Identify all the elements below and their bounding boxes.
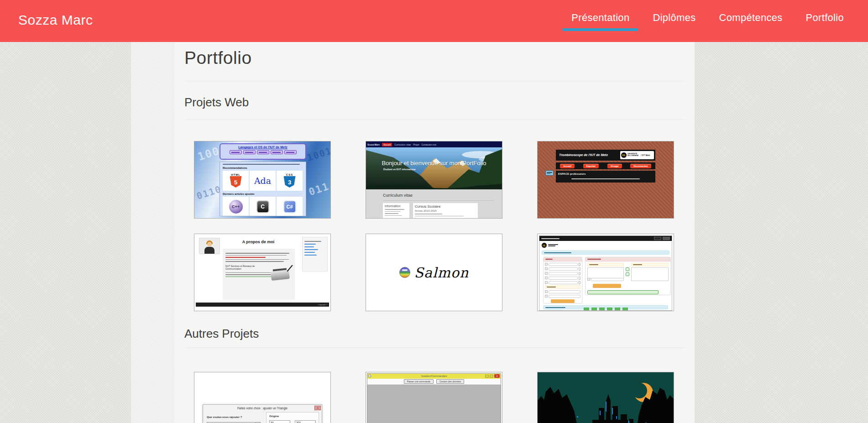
origin-label: Origine	[269, 415, 279, 418]
project-thumb-gestion-commandes[interactable]: Gestion/Commandes ✕ Passer une commande …	[366, 372, 502, 423]
html5-logo: HTML 5	[223, 171, 249, 191]
minimize-icon	[485, 375, 489, 378]
window-titlebar: Gestion/Commandes ✕	[367, 374, 501, 379]
mini-window: Gestion/Commandes ✕ Passer une commande …	[367, 373, 501, 423]
close-icon: ✕	[314, 406, 321, 410]
dialog-titlebar: Faites votre choix : ajouter un Triangle…	[203, 405, 322, 411]
close-icon: ✕	[494, 374, 500, 378]
dialog-label: Que voulez-vous rajouter ?	[207, 416, 242, 418]
mini-nav-accueil: Accueil	[382, 143, 392, 146]
project-thumb-admin-app[interactable]: UL	[537, 234, 674, 311]
mini-navbar: Sozza Marc Accueil Curriculum vitae Proj…	[366, 141, 502, 147]
copyright-text: Copyright ©	[318, 303, 328, 306]
mini-title: A propos de moi	[222, 240, 295, 244]
mini-navbar	[539, 236, 672, 241]
castle-night-scene	[538, 372, 674, 423]
divider	[383, 200, 494, 201]
about-text-block: DUT Services et Réseaux de Communication	[223, 249, 295, 300]
origin-panel: Origine 50 300	[266, 412, 319, 423]
divider	[184, 120, 685, 120]
section-heading-projets-web: Projets Web	[184, 95, 249, 110]
nav-item-presentation[interactable]: Présentation	[571, 12, 629, 24]
recommendations-heading: Recommendations	[223, 167, 303, 169]
mini-footer: Copyright ©	[196, 303, 329, 307]
mini-nav-pill	[230, 150, 242, 154]
btn-groupe: Groupe	[607, 164, 622, 168]
brand-title: Sozza Marc	[18, 12, 93, 28]
salmon-globe-logo	[399, 267, 410, 278]
mini-title: Trombinoscope de l'IUT de Metz	[559, 153, 608, 157]
hero-title: Bonjour et bienvenue sur mon PortFolio	[366, 160, 502, 167]
site-header: Sozza Marc Présentation Diplômes Compéte…	[0, 0, 868, 42]
mini-cv-section: Curriculum vitae information Cursus Scol…	[366, 189, 502, 218]
app-icon	[368, 375, 371, 377]
right-form-card	[585, 257, 671, 295]
nav-item-diplomes[interactable]: Diplômes	[653, 12, 695, 24]
btn-passer-commande: Passer une commande	[404, 379, 434, 384]
project-thumb-a-propos[interactable]: A propos de moi DUT Services et Réseaux …	[194, 234, 331, 311]
universite-lorraine-label: UNIVERSITÉ DE LORRAINE	[627, 153, 639, 157]
css-label: CSS	[286, 173, 293, 176]
autres-projets-grid: Faites votre choix : ajouter un Triangle…	[194, 372, 674, 423]
info-card: information	[383, 203, 409, 219]
mountain-hero-image: Bonjour et bienvenue sur mon PortFolio É…	[366, 147, 502, 189]
ul-logo: UL	[621, 152, 627, 158]
window-title: Gestion/Commandes	[367, 374, 501, 377]
section-heading-autres-projets: Autres Projets	[184, 327, 259, 341]
mini-site-nav	[220, 150, 305, 154]
orange-button	[551, 299, 575, 303]
project-thumb-salmon[interactable]: Salmon	[366, 234, 502, 311]
window-body: Bienvenue sur notre application	[367, 385, 501, 423]
origin-x-input: 50	[269, 420, 290, 423]
project-thumb-langages-os-iut[interactable]: 10010 0110 1001 011 Langages et OS de l'…	[194, 141, 331, 219]
cursus-card-subtitle: Année 2013-2015	[415, 209, 476, 212]
university-logo: UL	[542, 243, 558, 248]
mini-site-title: Langages et OS de l'IUT de Metz	[220, 146, 305, 149]
mini-site-header: Langages et OS de l'IUT de Metz	[220, 143, 306, 160]
cursus-card-title: Cursus Scolaire	[415, 204, 476, 209]
pagination-squares	[539, 308, 672, 311]
green-button	[587, 290, 659, 294]
maximize-icon	[490, 375, 493, 378]
mini-sidebar	[302, 237, 328, 272]
background-strip	[131, 42, 175, 423]
info-card-title: information	[385, 204, 408, 208]
css3-logo: CSS 3	[277, 171, 303, 191]
btn-gestion-donnees: Gestion des données	[436, 379, 464, 384]
project-thumb-portfolio-site[interactable]: Sozza Marc Accueil Curriculum vitae Proj…	[366, 141, 502, 219]
cpp-logo: C++	[223, 197, 249, 216]
dut-text: DUT Services et Réseaux de Communication	[225, 265, 267, 271]
hero-subtitle: Étudiant en DUT informatique	[383, 168, 416, 171]
btn-exporter: Exporter	[583, 164, 599, 168]
btn-accueil: Accueil	[560, 164, 575, 168]
mini-dialog: Faites votre choix : ajouter un Triangle…	[203, 404, 322, 423]
mini-nav-pill	[257, 150, 269, 154]
university-logo: UL UNIVERSITÉ DE LORRAINE IUT Metz	[620, 151, 654, 159]
origin-y-input: 300	[295, 420, 316, 423]
printer-image	[269, 266, 291, 282]
nav-item-competences[interactable]: Compétences	[719, 12, 783, 24]
side-button	[545, 170, 554, 176]
project-thumb-castle-game[interactable]	[537, 372, 674, 423]
main-nav: Présentation Diplômes Compétences Portfo…	[571, 0, 844, 42]
page: Sozza Marc Présentation Diplômes Compéte…	[0, 0, 868, 423]
project-thumb-trombinoscope[interactable]: Trombinoscope de l'IUT de Metz UL UNIVER…	[537, 141, 674, 219]
logo-row: HTML 5 Ada CSS 3	[223, 171, 303, 191]
info-strip	[542, 251, 669, 255]
iut-metz-label: IUT Metz	[640, 154, 650, 157]
orange-button	[593, 284, 621, 288]
mini-header: Trombinoscope de l'IUT de Metz UL UNIVER…	[556, 150, 655, 161]
left-form-card	[543, 257, 582, 303]
binary-decoration: 0110	[195, 183, 223, 202]
espace-panel: ESPACE professeurs	[556, 171, 655, 183]
dialog-title: Faites votre choix : ajouter un Triangle	[203, 405, 322, 410]
csharp-logo: C#	[277, 197, 303, 216]
cv-heading: Curriculum vitae	[383, 193, 413, 198]
mini-window: UL	[539, 235, 672, 311]
nav-item-portfolio[interactable]: Portfolio	[806, 12, 844, 24]
html-label: HTML	[231, 173, 241, 176]
mini-navbar: Accueil Exporter Groupe Deconnexion	[556, 162, 655, 169]
mini-site: Langages et OS de l'IUT de Metz Recommen…	[220, 143, 306, 216]
project-thumb-dialog-triangle[interactable]: Faites votre choix : ajouter un Triangle…	[194, 372, 331, 423]
text-skeleton	[223, 164, 300, 165]
